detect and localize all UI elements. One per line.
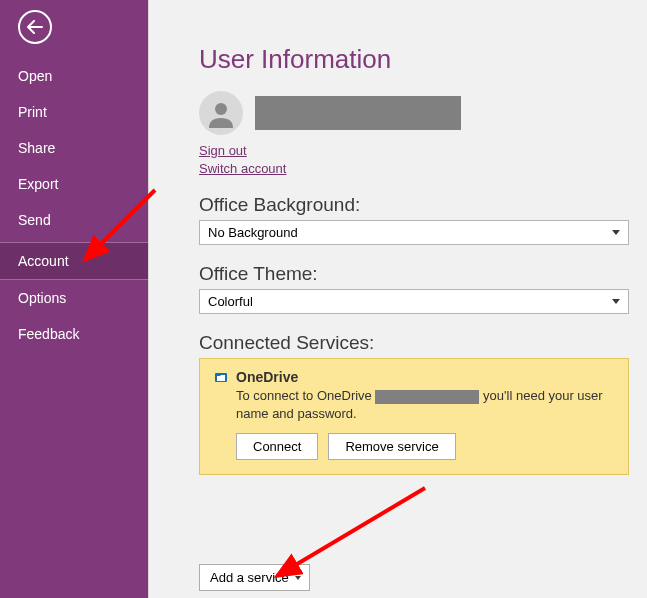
chevron-down-icon (295, 576, 301, 580)
chevron-down-icon (612, 299, 620, 304)
remove-service-button[interactable]: Remove service (328, 433, 455, 460)
add-service-button[interactable]: Add a service (199, 564, 310, 591)
office-background-dropdown[interactable]: No Background (199, 220, 629, 245)
sidebar: Open Print Share Export Send Account Opt… (0, 0, 148, 598)
add-service-label: Add a service (210, 570, 289, 585)
service-description: To connect to OneDrive you'll need your … (214, 387, 614, 423)
office-background-value: No Background (208, 225, 298, 240)
sidebar-item-send[interactable]: Send (0, 202, 148, 238)
sidebar-item-export[interactable]: Export (0, 166, 148, 202)
connected-services-label: Connected Services: (199, 332, 647, 354)
connected-service-card: OneDrive To connect to OneDrive you'll n… (199, 358, 629, 475)
redacted-text (375, 390, 479, 404)
sign-out-link[interactable]: Sign out (199, 143, 647, 158)
sidebar-item-account[interactable]: Account (0, 243, 148, 279)
service-title-row: OneDrive (214, 369, 614, 385)
sidebar-item-open[interactable]: Open (0, 58, 148, 94)
switch-account-link[interactable]: Switch account (199, 161, 647, 176)
onedrive-icon (214, 370, 228, 384)
sidebar-item-print[interactable]: Print (0, 94, 148, 130)
office-theme-value: Colorful (208, 294, 253, 309)
svg-point-0 (215, 103, 227, 115)
user-icon (206, 98, 236, 128)
chevron-down-icon (612, 230, 620, 235)
sidebar-item-share[interactable]: Share (0, 130, 148, 166)
office-background-label: Office Background: (199, 194, 647, 216)
back-button[interactable] (18, 10, 52, 44)
user-info-row (199, 91, 647, 135)
sidebar-item-feedback[interactable]: Feedback (0, 316, 148, 352)
service-name: OneDrive (236, 369, 298, 385)
office-theme-label: Office Theme: (199, 263, 647, 285)
page-title: User Information (199, 44, 647, 75)
sidebar-item-options[interactable]: Options (0, 280, 148, 316)
user-name-redacted (255, 96, 461, 130)
connect-button[interactable]: Connect (236, 433, 318, 460)
arrow-left-icon (27, 20, 43, 34)
avatar (199, 91, 243, 135)
office-theme-dropdown[interactable]: Colorful (199, 289, 629, 314)
main-panel: User Information Sign out Switch account… (148, 0, 647, 598)
